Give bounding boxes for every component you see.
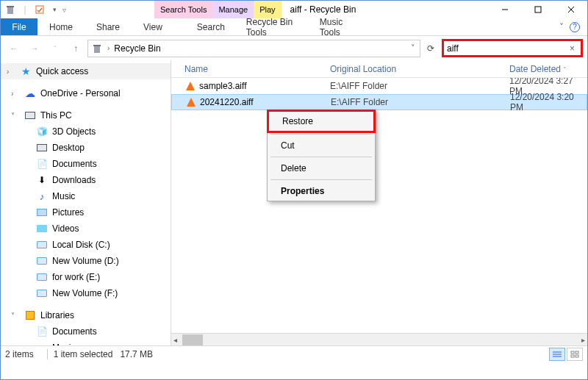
menu-item-properties[interactable]: Properties [268,182,375,201]
disk-icon [36,239,48,251]
column-original-location[interactable]: Original Location [330,64,509,74]
ribbon-tabs: File Home Share View Search Recycle Bin … [1,18,587,36]
download-icon: ⬇ [36,174,48,186]
sort-desc-icon: ˅ [563,66,567,74]
file-list[interactable]: sample3.aiff E:\AIFF Folder 12/20/2024 3… [171,78,587,333]
svg-rect-8 [93,45,101,46]
help-icon[interactable]: ? [570,22,580,32]
breadcrumb-item[interactable]: Recycle Bin [114,43,160,54]
sidebar-item-label: Documents [52,159,97,169]
view-tab[interactable]: View [132,18,174,35]
disk-icon [36,255,48,267]
share-tab[interactable]: Share [85,18,132,35]
refresh-button[interactable]: ⟳ [423,40,439,57]
sidebar-onedrive[interactable]: › ☁ OneDrive - Personal [1,85,171,101]
forward-button[interactable]: → [26,40,43,57]
sidebar-this-pc[interactable]: ˅ This PC [1,107,171,123]
quick-access-toolbar: | ▾ ▿ [1,3,69,16]
svg-rect-13 [576,351,578,354]
ribbon-collapse-button[interactable]: ˅? [552,18,587,35]
back-button[interactable]: ← [5,40,23,57]
sidebar-libraries[interactable]: ˅ Libraries [1,307,171,323]
recent-locations-button[interactable]: ˅ [46,40,64,57]
minimize-button[interactable] [488,1,521,18]
sidebar-item-label: 3D Objects [52,126,96,137]
column-date-deleted[interactable]: Date Deleted ˅ [509,64,587,74]
close-button[interactable] [554,1,587,18]
sidebar-desktop[interactable]: Desktop [1,140,171,156]
status-item-count: 2 items [5,349,41,359]
sidebar-item-label: New Volume (D:) [52,256,119,266]
chevron-down-icon[interactable]: ˅ [11,312,20,320]
search-box[interactable]: × [442,39,583,57]
sidebar-for-work-e[interactable]: for work (E:) [1,269,171,285]
qat-overflow[interactable]: ▿ [62,6,66,14]
home-tab[interactable]: Home [37,18,85,35]
svg-rect-14 [571,355,574,357]
properties-qat-icon[interactable] [33,3,46,16]
svg-rect-2 [36,6,43,13]
search-tab[interactable]: Search [182,18,240,36]
library-icon [24,309,36,321]
svg-rect-12 [571,351,574,354]
file-date: 12/20/2024 3:20 PM [510,92,587,112]
sidebar-downloads[interactable]: ⬇Downloads [1,172,171,188]
table-row[interactable]: 20241220.aiff E:\AIFF Folder 12/20/2024 … [171,94,587,110]
clear-search-icon[interactable]: × [567,43,578,54]
status-selected-count: 1 item selected [54,349,121,359]
desktop-icon [36,142,48,154]
scrollbar-thumb[interactable] [182,334,203,345]
svg-rect-7 [94,46,100,53]
column-name[interactable]: Name [184,64,330,74]
document-icon: 📄 [36,158,48,170]
menu-separator [270,157,372,157]
sidebar-new-volume-f[interactable]: New Volume (F:) [1,285,171,301]
scroll-left-icon[interactable]: ◂ [171,336,179,344]
menu-item-cut[interactable]: Cut [268,136,375,155]
status-selected-size: 17.7 MB [120,349,160,359]
breadcrumb[interactable]: › Recycle Bin ˅ [87,40,420,57]
recycle-bin-tools-tab[interactable]: Recycle Bin Tools [240,18,314,36]
sidebar-lib-music[interactable]: ♪Music [1,340,171,345]
search-input[interactable] [447,43,567,54]
large-icons-view-button[interactable] [567,348,583,361]
sidebar-item-label: Libraries [40,310,74,320]
music-tools-tab[interactable]: Music Tools [314,18,368,36]
disk-icon [36,287,48,299]
sidebar-videos[interactable]: Videos [1,221,171,237]
chevron-right-icon[interactable]: › [11,90,20,98]
disk-icon [36,271,48,283]
pc-icon [24,110,36,121]
breadcrumb-dropdown-icon[interactable]: ˅ [409,43,417,53]
file-tab[interactable]: File [1,18,37,35]
sidebar-new-volume-d[interactable]: New Volume (D:) [1,253,171,269]
sidebar-3d-objects[interactable]: 🧊3D Objects [1,123,171,140]
main-area: › ★ Quick access › ☁ OneDrive - Personal… [1,60,587,345]
scroll-right-icon[interactable]: ▸ [579,336,587,344]
chevron-right-icon[interactable]: › [7,68,15,76]
navigation-pane[interactable]: › ★ Quick access › ☁ OneDrive - Personal… [1,60,171,345]
svg-rect-15 [576,355,578,357]
qat-dropdown-icon[interactable]: ▾ [48,3,61,16]
menu-item-delete[interactable]: Delete [268,159,375,178]
up-button[interactable]: ↑ [67,40,85,57]
details-view-button[interactable] [549,348,565,361]
maximize-button[interactable] [521,1,554,18]
sidebar-pictures[interactable]: Pictures [1,204,171,221]
sidebar-item-label: Music [52,191,75,201]
sidebar-item-label: Downloads [52,175,96,185]
sidebar-lib-documents[interactable]: 📄Documents [1,323,171,340]
horizontal-scrollbar[interactable]: ◂ ▸ [171,333,587,345]
sidebar-documents[interactable]: 📄Documents [1,156,171,172]
pictures-icon [36,207,48,218]
chevron-right-icon[interactable]: › [106,44,111,52]
sidebar-item-label: OneDrive - Personal [40,88,121,98]
chevron-down-icon[interactable]: ˅ [11,112,20,120]
sidebar-local-disk-c[interactable]: Local Disk (C:) [1,237,171,253]
svg-rect-0 [7,7,13,14]
videos-icon [36,223,48,234]
sidebar-quick-access[interactable]: › ★ Quick access [1,63,171,79]
sidebar-music[interactable]: ♪Music [1,188,171,204]
menu-item-restore[interactable]: Restore [269,112,373,131]
music-icon: ♪ [36,342,48,345]
